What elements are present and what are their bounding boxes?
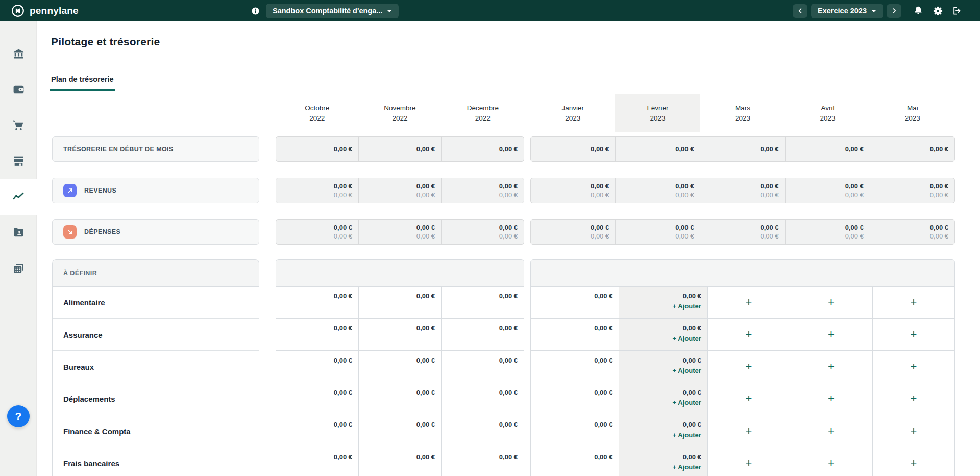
bank-icon xyxy=(12,47,25,60)
cell-deplacements-fevrier-2023[interactable]: 0,00 €+ Ajouter xyxy=(619,383,707,415)
cell-finance-compta-mai-2023-add[interactable]: + xyxy=(873,415,954,447)
cell-assurance-mai-2023-add[interactable]: + xyxy=(873,319,954,350)
cell-bureaux-mars-2023-add[interactable]: + xyxy=(708,351,790,383)
cell-alimentaire-avril-2023-add[interactable]: + xyxy=(790,287,872,318)
add-entry-button[interactable]: + Ajouter xyxy=(673,335,701,342)
store-icon xyxy=(12,155,25,168)
logout-button[interactable] xyxy=(951,5,963,17)
cell-finance-compta-janvier-2023[interactable]: 0,00 € xyxy=(531,415,619,447)
cell-depenses-janvier-2023: 0,00 €0,00 € xyxy=(531,220,616,244)
cell-finance-compta-octobre-2022[interactable]: 0,00 € xyxy=(276,415,359,447)
cell-alimentaire-mai-2023-add[interactable]: + xyxy=(873,287,954,318)
cell-finance-compta-fevrier-2023[interactable]: 0,00 €+ Ajouter xyxy=(619,415,707,447)
cell-finance-compta-mars-2023-add[interactable]: + xyxy=(708,415,790,447)
month-header-janvier-2023: Janvier2023 xyxy=(530,94,615,132)
notifications-button[interactable] xyxy=(912,5,924,17)
row-label-tresorerie-debut-de-mois: TRÉSORERIE EN DÉBUT DE MOIS xyxy=(52,136,259,162)
help-button[interactable]: ? xyxy=(7,405,30,427)
month-name: Mai xyxy=(907,103,918,113)
next-exercise-button[interactable] xyxy=(887,4,901,18)
value-group: 0,00 €0,00 €0,00 €0,00 €0,00 €0,00 €0,00… xyxy=(530,219,955,245)
cell-frais-bancaires-novembre-2022[interactable]: 0,00 € xyxy=(359,447,442,476)
add-entry-button[interactable]: + Ajouter xyxy=(673,367,701,374)
wallet-icon xyxy=(12,83,25,96)
sidebar-item-sales[interactable] xyxy=(0,143,37,179)
cell-frais-bancaires-octobre-2022[interactable]: 0,00 € xyxy=(276,447,359,476)
trend-chart-icon xyxy=(12,190,25,203)
cell-deplacements-mai-2023-add[interactable]: + xyxy=(873,383,954,415)
cell-bureaux-mai-2023-add[interactable]: + xyxy=(873,351,954,383)
tab-plan-de-tresorerie[interactable]: Plan de trésorerie xyxy=(50,75,115,91)
cell-assurance-fevrier-2023[interactable]: 0,00 €+ Ajouter xyxy=(619,319,707,350)
cell-bureaux-decembre-2022[interactable]: 0,00 € xyxy=(442,351,524,383)
cell-deplacements-decembre-2022[interactable]: 0,00 € xyxy=(442,383,524,415)
cell-deplacements-octobre-2022[interactable]: 0,00 € xyxy=(276,383,359,415)
add-entry-button[interactable]: + Ajouter xyxy=(673,431,701,439)
cell-frais-bancaires-mars-2023-add[interactable]: + xyxy=(708,447,790,476)
value-cells: 0,00 €0,00 €0,00 €0,00 €0,00 €0,00 €0,00… xyxy=(530,219,955,245)
row-label-depenses[interactable]: DÉPENSES xyxy=(52,219,259,245)
cell-assurance-avril-2023-add[interactable]: + xyxy=(790,319,872,350)
cell-bureaux-avril-2023-add[interactable]: + xyxy=(790,351,872,383)
cell-frais-bancaires-avril-2023-add[interactable]: + xyxy=(790,447,872,476)
add-entry-button[interactable]: + Ajouter xyxy=(673,399,701,407)
cell-finance-compta-decembre-2022[interactable]: 0,00 € xyxy=(442,415,524,447)
sidebar-item-bank[interactable] xyxy=(0,36,37,72)
cell-alimentaire-decembre-2022[interactable]: 0,00 € xyxy=(442,287,524,318)
cell-secondary-value: 0,00 € xyxy=(499,191,518,199)
sidebar-item-accounting[interactable] xyxy=(0,250,37,286)
cell-assurance-novembre-2022[interactable]: 0,00 € xyxy=(359,319,442,350)
exercise-selector[interactable]: Exercice 2023 xyxy=(811,4,883,18)
cell-tresorerie-debut-de-mois-novembre-2022: 0,00 € xyxy=(359,137,442,161)
main-content: Pilotage et trésorerie Plan de trésoreri… xyxy=(37,21,980,476)
sidebar-item-wallet[interactable] xyxy=(0,72,37,107)
plus-icon: + xyxy=(828,392,835,406)
cell-bureaux-fevrier-2023[interactable]: 0,00 €+ Ajouter xyxy=(619,351,707,383)
cell-frais-bancaires-fevrier-2023[interactable]: 0,00 €+ Ajouter xyxy=(619,447,707,476)
cell-assurance-mars-2023-add[interactable]: + xyxy=(708,319,790,350)
sidebar-item-purchases[interactable] xyxy=(0,107,37,143)
cell-alimentaire-janvier-2023[interactable]: 0,00 € xyxy=(531,287,619,318)
cell-depenses-novembre-2022: 0,00 €0,00 € xyxy=(359,220,442,244)
previous-exercise-button[interactable] xyxy=(793,4,807,18)
plus-icon: + xyxy=(910,424,917,438)
cell-finance-compta-novembre-2022[interactable]: 0,00 € xyxy=(359,415,442,447)
cell-frais-bancaires-decembre-2022[interactable]: 0,00 € xyxy=(442,447,524,476)
cell-alimentaire-novembre-2022[interactable]: 0,00 € xyxy=(359,287,442,318)
cell-tresorerie-debut-de-mois-octobre-2022: 0,00 € xyxy=(276,137,359,161)
category-label-bureaux: Bureaux xyxy=(53,351,259,383)
add-entry-button[interactable]: + Ajouter xyxy=(673,302,701,310)
add-entry-button[interactable]: + Ajouter xyxy=(673,463,701,471)
month-year: 2023 xyxy=(735,113,750,124)
settings-button[interactable] xyxy=(932,5,944,17)
cell-deplacements-novembre-2022[interactable]: 0,00 € xyxy=(359,383,442,415)
cell-bureaux-octobre-2022[interactable]: 0,00 € xyxy=(276,351,359,383)
row-label-revenus[interactable]: REVENUS xyxy=(52,178,259,203)
cell-alimentaire-fevrier-2023[interactable]: 0,00 €+ Ajouter xyxy=(619,287,707,318)
cell-assurance-decembre-2022[interactable]: 0,00 € xyxy=(442,319,524,350)
cell-deplacements-janvier-2023[interactable]: 0,00 € xyxy=(531,383,619,415)
cell-assurance-octobre-2022[interactable]: 0,00 € xyxy=(276,319,359,350)
value-cells: 0,00 €0,00 €0,00 €0,00 €0,00 €0,00 € xyxy=(276,219,524,245)
cell-assurance-janvier-2023[interactable]: 0,00 € xyxy=(531,319,619,350)
sidebar-item-treasury[interactable] xyxy=(0,179,37,215)
chevron-left-icon xyxy=(797,7,804,14)
cell-alimentaire-octobre-2022[interactable]: 0,00 € xyxy=(276,287,359,318)
cell-secondary-value: 0,00 € xyxy=(760,232,778,241)
cell-finance-compta-avril-2023-add[interactable]: + xyxy=(790,415,872,447)
cell-alimentaire-mars-2023-add[interactable]: + xyxy=(708,287,790,318)
info-icon[interactable] xyxy=(251,7,260,15)
plus-icon: + xyxy=(828,457,835,470)
month-name: Octobre xyxy=(305,103,329,113)
cell-frais-bancaires-janvier-2023[interactable]: 0,00 € xyxy=(531,447,619,476)
company-selector[interactable]: Sandbox Comptabilité d'enga... xyxy=(266,4,399,18)
cell-deplacements-avril-2023-add[interactable]: + xyxy=(790,383,872,415)
sidebar-item-clients[interactable] xyxy=(0,215,37,250)
cell-frais-bancaires-mai-2023-add[interactable]: + xyxy=(873,447,954,476)
category-row-alimentaire-2022: 0,00 €0,00 €0,00 € xyxy=(276,287,524,319)
calculator-icon xyxy=(12,262,25,275)
cell-deplacements-mars-2023-add[interactable]: + xyxy=(708,383,790,415)
cell-bureaux-janvier-2023[interactable]: 0,00 € xyxy=(531,351,619,383)
cell-bureaux-novembre-2022[interactable]: 0,00 € xyxy=(359,351,442,383)
plus-icon: + xyxy=(910,328,917,341)
